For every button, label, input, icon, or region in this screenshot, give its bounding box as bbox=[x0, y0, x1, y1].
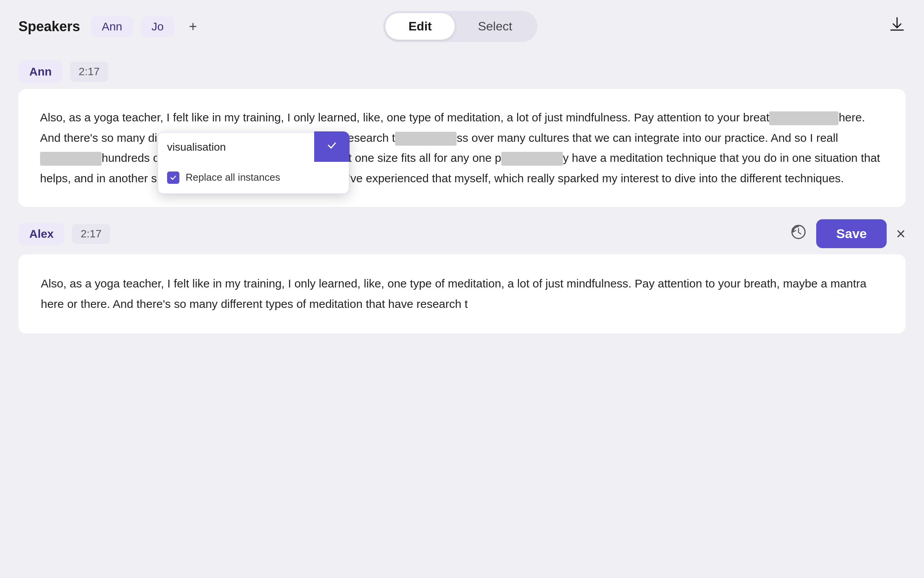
speakers-label: Speakers bbox=[18, 18, 80, 35]
add-speaker-button[interactable]: + bbox=[182, 16, 204, 37]
segment-actions-alex: Save × bbox=[790, 219, 906, 248]
timestamp-ann: 2:17 bbox=[70, 62, 108, 82]
select-toggle-button[interactable]: Select bbox=[455, 13, 535, 40]
edit-select-toggle: Edit Select bbox=[383, 11, 537, 42]
replace-all-label: Replace all instances bbox=[186, 169, 280, 187]
replace-input-field[interactable] bbox=[157, 132, 314, 162]
replace-input-row bbox=[157, 131, 350, 162]
replace-all-row: Replace all instances bbox=[157, 162, 350, 194]
speaker-badge-alex: Alex bbox=[18, 223, 64, 245]
speaker-chip-ann[interactable]: Ann bbox=[91, 16, 133, 37]
edit-toggle-button[interactable]: Edit bbox=[385, 13, 455, 40]
speaker-badge-ann: Ann bbox=[18, 60, 62, 83]
segment-header-alex: Alex 2:17 Save × bbox=[18, 219, 906, 248]
text-block-alex[interactable]: Also, as a yoga teacher, I felt like in … bbox=[18, 254, 906, 333]
download-button[interactable] bbox=[889, 16, 906, 37]
close-button[interactable]: × bbox=[896, 226, 906, 242]
replace-confirm-button[interactable] bbox=[314, 131, 350, 162]
replace-popup: Replace all instances bbox=[157, 131, 350, 194]
text-block-ann[interactable]: Also, as a yoga teacher, I felt like in … bbox=[18, 89, 906, 207]
segment-ann: Ann 2:17 Also, as a yoga teacher, I felt… bbox=[18, 60, 906, 207]
content-area: Ann 2:17 Also, as a yoga teacher, I felt… bbox=[0, 53, 924, 353]
speaker-chip-jo[interactable]: Jo bbox=[141, 16, 175, 37]
segment-alex: Alex 2:17 Save × Also, as a yoga teacher… bbox=[18, 219, 906, 333]
save-button[interactable]: Save bbox=[816, 219, 887, 248]
top-bar: Speakers Ann Jo + Edit Select bbox=[0, 0, 924, 53]
history-button[interactable] bbox=[790, 223, 807, 244]
segment-header-ann: Ann 2:17 bbox=[18, 60, 906, 83]
replace-all-checkbox[interactable] bbox=[167, 171, 179, 184]
text-content-alex: Also, as a yoga teacher, I felt like in … bbox=[41, 277, 867, 310]
timestamp-alex: 2:17 bbox=[72, 224, 110, 244]
